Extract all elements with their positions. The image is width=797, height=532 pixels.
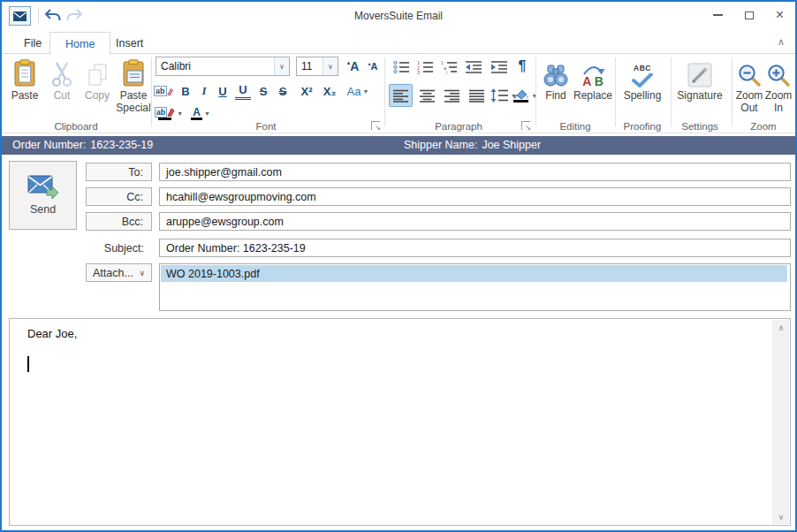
copy-icon <box>86 56 109 87</box>
font-size-select[interactable]: 11 ∨ <box>296 57 338 76</box>
justify-button[interactable] <box>466 84 489 107</box>
eraser-icon <box>167 86 173 96</box>
ribbon: Paste Cut Copy <box>2 54 795 133</box>
multilevel-list-button[interactable]: 1ai <box>438 57 459 77</box>
scroll-up-button[interactable]: ∧ <box>773 320 789 335</box>
editing-group-label: Editing <box>537 121 613 132</box>
send-button[interactable]: Send <box>9 161 77 230</box>
svg-text:3: 3 <box>417 70 420 74</box>
shading-icon <box>512 88 530 103</box>
replace-button[interactable]: A B Replace <box>573 56 613 103</box>
to-field[interactable]: joe.shipper@gmail.com <box>159 163 791 181</box>
numbering-icon: 123 <box>417 60 434 74</box>
font-color-dropdown-icon: ▼ <box>204 110 210 117</box>
replace-icon: A B <box>581 56 605 87</box>
change-case-button[interactable]: Aa ▼ <box>343 82 373 100</box>
scroll-down-button[interactable]: ∨ <box>773 509 789 524</box>
message-body[interactable]: Dear Joe, ∧ ∨ <box>9 318 791 526</box>
numbering-button[interactable]: 123 <box>414 57 436 77</box>
show-paragraph-marks-button[interactable]: ¶ <box>513 56 531 77</box>
increase-indent-button[interactable] <box>488 57 511 77</box>
align-left-icon <box>393 89 409 103</box>
to-button[interactable]: To: <box>86 163 152 181</box>
shading-dropdown-icon: ▼ <box>532 93 538 99</box>
body-scrollbar[interactable]: ∧ ∨ <box>772 320 789 524</box>
collapse-ribbon-button[interactable]: ∧ <box>778 36 785 48</box>
minimize-icon <box>713 14 723 16</box>
font-size-dropdown-icon[interactable]: ∨ <box>323 57 338 75</box>
bcc-button[interactable]: Bcc: <box>86 212 152 231</box>
clear-formatting-button[interactable]: ab <box>154 82 173 100</box>
movers-suite-email-window: MoversSuite Email × File Home Insert ∧ P… <box>0 0 797 532</box>
ribbon-tab-bar: File Home Insert ∧ <box>2 29 795 54</box>
font-family-dropdown-icon[interactable]: ∨ <box>274 57 289 75</box>
cut-button: Cut <box>46 56 78 103</box>
text-caret <box>27 356 29 372</box>
italic-button[interactable]: I <box>197 82 211 100</box>
double-strikethrough-button[interactable]: S <box>276 82 290 100</box>
bold-button[interactable]: B <box>178 82 194 100</box>
font-color-button[interactable]: A ▼ <box>187 104 214 122</box>
close-button[interactable]: × <box>764 2 795 28</box>
zoom-out-icon <box>738 56 762 87</box>
superscript-button[interactable]: X² <box>297 82 316 100</box>
bullets-button[interactable] <box>391 57 412 77</box>
cut-icon <box>50 56 73 87</box>
highlight-icon: ab <box>155 107 176 120</box>
minimize-button[interactable] <box>702 2 733 28</box>
find-icon <box>543 56 569 87</box>
spelling-button[interactable]: ABC Spelling <box>619 56 666 103</box>
subject-field[interactable]: Order Number: 1623-235-19 <box>159 239 791 257</box>
decrease-indent-button[interactable] <box>462 57 485 77</box>
decrease-indent-icon <box>465 60 482 74</box>
cc-button[interactable]: Cc: <box>86 187 152 206</box>
attach-button[interactable]: Attach... ∨ <box>86 263 152 282</box>
font-family-select[interactable]: Calibri ∨ <box>156 57 290 76</box>
increase-indent-icon <box>490 60 508 74</box>
tab-home[interactable]: Home <box>49 32 110 55</box>
zoom-group-label: Zoom <box>734 121 793 132</box>
highlight-color-button[interactable]: ab ▼ <box>154 104 184 122</box>
paragraph-dialog-launcher[interactable]: ↘ <box>521 121 530 130</box>
paste-button[interactable]: Paste <box>5 56 44 103</box>
bullets-icon <box>393 60 410 74</box>
align-right-button[interactable] <box>441 84 464 107</box>
font-dialog-launcher[interactable]: ↘ <box>371 121 380 130</box>
cc-field[interactable]: hcahill@ewsgroupmoving.com <box>159 187 791 206</box>
strikethrough-button[interactable]: S <box>256 82 270 100</box>
shipper-name-label: Shipper Name:Joe Shipper <box>404 139 541 151</box>
body-greeting: Dear Joe, <box>27 327 77 340</box>
zoom-in-button[interactable]: Zoom In <box>764 56 793 115</box>
send-icon <box>27 175 59 200</box>
grow-font-button[interactable]: ▴A <box>344 57 362 75</box>
subscript-button[interactable]: X₂ <box>320 82 339 100</box>
find-button[interactable]: Find <box>539 56 573 103</box>
highlight-dropdown-icon: ▼ <box>177 110 183 117</box>
underline-button[interactable]: U <box>215 82 231 100</box>
maximize-button[interactable] <box>733 2 764 28</box>
paste-special-button[interactable]: Paste Special <box>115 56 152 115</box>
shrink-font-button[interactable]: ▴A <box>364 57 382 75</box>
font-group-label: Font <box>156 121 376 132</box>
font-color-icon: A <box>191 107 202 120</box>
subject-label: Subject: <box>86 239 152 257</box>
attachment-list[interactable]: WO 2019-1003.pdf <box>159 263 791 311</box>
zoom-in-icon <box>767 56 791 87</box>
bcc-field[interactable]: aruppe@ewsgroup.com <box>159 212 791 231</box>
svg-text:i: i <box>446 70 447 74</box>
align-right-icon <box>444 89 460 103</box>
attachment-item-selected[interactable]: WO 2019-1003.pdf <box>161 265 787 282</box>
spelling-icon: ABC <box>632 56 653 87</box>
paste-icon <box>12 56 37 87</box>
line-spacing-icon <box>490 88 509 103</box>
align-center-button[interactable] <box>416 84 439 107</box>
order-number-value: 1623-235-19 <box>90 139 153 151</box>
signature-button[interactable]: Signature <box>672 56 728 103</box>
double-underline-button[interactable]: U <box>235 82 251 100</box>
attach-dropdown-icon: ∨ <box>139 269 145 277</box>
close-icon: × <box>776 8 784 22</box>
zoom-out-button[interactable]: Zoom Out <box>734 56 764 115</box>
settings-group-label: Settings <box>672 121 728 132</box>
multilevel-list-icon: 1ai <box>441 60 458 74</box>
align-left-button[interactable] <box>389 84 413 107</box>
